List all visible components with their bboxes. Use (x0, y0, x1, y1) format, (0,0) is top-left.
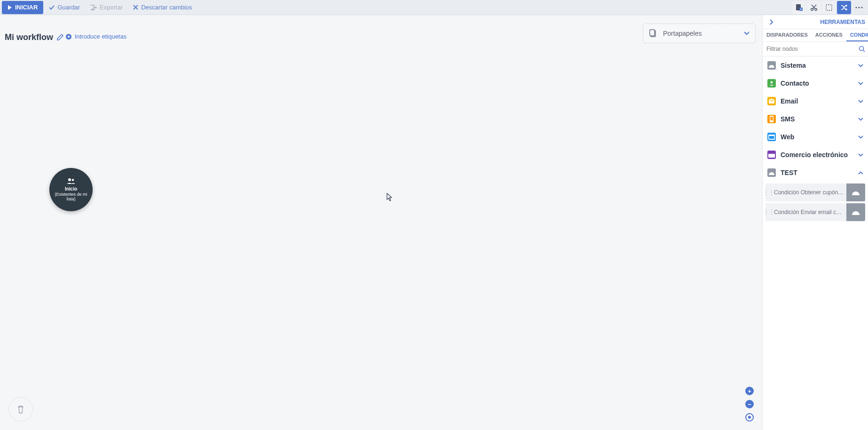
svg-rect-10 (650, 30, 655, 36)
zoom-in-button[interactable]: + (745, 387, 754, 395)
node-item[interactable]: ⋮⋮ Condición Obtener cupón per... (765, 183, 865, 201)
category-sms[interactable]: SMS (763, 110, 868, 128)
email-icon (767, 97, 776, 105)
trash-zone[interactable] (8, 397, 33, 422)
collapse-panel-button[interactable] (766, 19, 776, 25)
tools-tabs: DISPARADORES ACCIONES CONDICIONES (763, 29, 868, 42)
chevron-down-icon (858, 64, 863, 67)
discard-label: Descartar cambios (141, 4, 192, 11)
svg-rect-4 (826, 5, 832, 10)
svg-rect-17 (771, 117, 773, 120)
shuffle-icon (840, 4, 848, 11)
category-label: TEST (781, 169, 797, 176)
shuffle-button[interactable] (837, 1, 851, 14)
cut-button[interactable] (807, 1, 821, 14)
export-label: Exportar (100, 4, 123, 11)
ecommerce-icon (767, 151, 776, 159)
start-label: INICIAR (15, 4, 38, 11)
condition-icon (846, 203, 865, 221)
start-node[interactable]: Inicio (Existentes de mi lista) (49, 168, 93, 211)
pencil-icon[interactable] (57, 34, 63, 40)
plus-icon: + (748, 388, 751, 395)
svg-point-5 (855, 7, 857, 8)
svg-point-13 (860, 47, 864, 51)
svg-point-6 (858, 7, 860, 8)
category-ecommerce[interactable]: Comercio electrónico (763, 146, 868, 164)
category-contacto[interactable]: Contacto (763, 74, 868, 92)
tab-conditions[interactable]: CONDICIONES (846, 29, 868, 41)
tools-panel: HERRAMIENTAS DISPARADORES ACCIONES CONDI… (762, 15, 868, 430)
chevron-down-icon (744, 32, 750, 35)
add-node-button[interactable] (792, 1, 806, 14)
category-label: Comercio electrónico (781, 151, 848, 159)
more-icon (855, 7, 863, 8)
main: Mi workflow Introduce etiquetas Portapap… (0, 15, 868, 430)
svg-rect-19 (769, 136, 774, 139)
top-toolbar: INICIAR Guardar Exportar Descartar cambi… (0, 0, 868, 15)
category-web[interactable]: Web (763, 128, 868, 146)
scissors-icon (810, 4, 818, 11)
category-email[interactable]: Email (763, 92, 868, 110)
workflow-title: Mi workflow (5, 32, 53, 42)
zoom-center-button[interactable] (745, 413, 754, 422)
start-node-subtitle: (Existentes de mi lista) (49, 192, 93, 202)
category-label: Email (781, 97, 798, 105)
tab-actions[interactable]: ACCIONES (812, 29, 846, 41)
system-icon (767, 61, 776, 70)
drag-handle-icon: ⋮⋮ (765, 189, 772, 196)
start-button[interactable]: INICIAR (2, 1, 43, 14)
clipboard-label: Portapapeles (663, 30, 738, 37)
category-sistema[interactable]: Sistema (763, 56, 868, 74)
start-node-title: Inicio (65, 186, 77, 192)
zoom-out-button[interactable]: − (745, 400, 754, 408)
check-icon (49, 5, 55, 10)
svg-point-11 (68, 178, 71, 181)
svg-rect-21 (768, 152, 775, 154)
canvas[interactable]: Mi workflow Introduce etiquetas Portapap… (0, 15, 762, 430)
trash-icon (17, 405, 24, 414)
category-label: Contacto (781, 80, 809, 87)
add-tags-button[interactable]: Introduce etiquetas (65, 33, 127, 40)
chevron-down-icon (858, 118, 863, 121)
search-icon[interactable] (859, 46, 865, 52)
save-label: Guardar (57, 4, 80, 11)
category-test[interactable]: TEST (763, 164, 868, 182)
close-icon (133, 5, 138, 10)
contact-icon (767, 79, 776, 88)
discard-button[interactable]: Descartar cambios (128, 1, 197, 14)
minus-icon: − (748, 401, 751, 408)
svg-point-14 (771, 81, 773, 84)
tab-triggers[interactable]: DISPARADORES (763, 29, 812, 41)
node-item[interactable]: ⋮⋮ Condición Enviar email carr... (765, 203, 865, 221)
clipboard-panel[interactable]: Portapapeles (643, 24, 756, 43)
select-button[interactable] (822, 1, 836, 14)
filter-input[interactable] (765, 44, 856, 54)
more-button[interactable] (852, 1, 866, 14)
svg-point-12 (72, 179, 74, 181)
cursor-icon (387, 193, 393, 201)
sms-icon (767, 115, 776, 123)
save-button[interactable]: Guardar (44, 1, 85, 14)
chevron-down-icon (858, 135, 863, 139)
category-list: Sistema Contacto Email (763, 56, 868, 430)
category-label: Sistema (781, 62, 806, 69)
workflow-header: Mi workflow Introduce etiquetas (5, 24, 126, 42)
clipboard-icon (649, 29, 657, 38)
plus-circle-icon (65, 33, 72, 40)
test-icon (767, 168, 776, 177)
play-icon (8, 5, 12, 10)
tools-header: HERRAMIENTAS (763, 15, 868, 29)
chevron-down-icon (858, 82, 863, 85)
filter-row (763, 42, 868, 56)
chevron-down-icon (858, 100, 863, 103)
node-label: Condición Obtener cupón per... (772, 189, 846, 196)
selection-icon (825, 4, 833, 11)
web-icon (767, 133, 776, 141)
drag-handle-icon: ⋮⋮ (765, 209, 772, 215)
category-label: Web (781, 133, 794, 141)
svg-point-7 (861, 7, 862, 8)
workflow-title-row: Mi workflow (5, 32, 63, 42)
tools-title: HERRAMIENTAS (776, 19, 865, 25)
category-label: SMS (781, 115, 795, 123)
export-button[interactable]: Exportar (86, 1, 127, 14)
